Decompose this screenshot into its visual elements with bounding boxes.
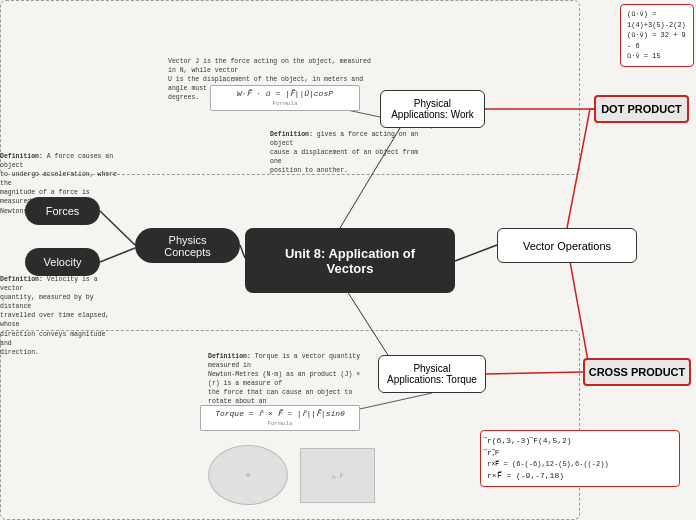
dot-product-node: DOT PRODUCT [594, 95, 689, 123]
cross-calc-line3: r×F⃗ = (6-(-6),12-(5),6-((-2)) [487, 459, 673, 470]
phys-work-node: Physical Applications: Work [380, 90, 485, 128]
work-definition: Definition: gives a force acting on an o… [270, 130, 420, 175]
torque-formula-text: Torque = r̄ × F̄ = |r̄||F̄|sinθ [206, 409, 354, 418]
cross-product-calc-box: ⃗r(6,3,-3) ⃗F(4,5,2) ⃗r,⃗F r×F⃗ = (6-(-6… [480, 430, 680, 487]
cross-calc-line1: ⃗r(6,3,-3) ⃗F(4,5,2) [487, 435, 673, 447]
torque-formula-label: Formula [206, 420, 354, 427]
svg-line-3 [455, 245, 497, 261]
velocity-node: Velocity [25, 248, 100, 276]
cross-calc-line4: r×F⃗ = (-9,-7,18) [487, 470, 673, 482]
cross-calc-line2: ⃗r,⃗F [487, 447, 673, 459]
work-formula-text: W·F̄ · ū = |F̄||Ū|cosP [216, 89, 354, 98]
central-node: Unit 8: Application of Vectors [245, 228, 455, 293]
dot-calc-line2: (ū·v̄) = 32 + 9 - 6 [627, 30, 687, 51]
torque-image-circle: ⊙ [208, 445, 288, 505]
torque-image-triangle: △ r̄ [300, 448, 375, 503]
velocity-definition: Definition: Velocity is a vectorquantity… [0, 275, 118, 357]
forces-node: Forces [25, 197, 100, 225]
cross-product-node: CROSS PRODUCT [583, 358, 691, 386]
canvas: Definition: A force causes an objectto u… [0, 0, 696, 520]
svg-line-0 [100, 211, 135, 245]
torque-formula-box: Torque = r̄ × F̄ = |r̄||F̄|sinθ Formula [200, 405, 360, 431]
phys-work-label: Physical Applications: Work [391, 98, 474, 120]
vector-ops-node: Vector Operations [497, 228, 637, 263]
work-formula-label: Formula [216, 100, 354, 107]
dot-product-calc-box: (ū·v̄) = 1(4)+3(5)-2(2) (ū·v̄) = 32 + 9 … [620, 4, 694, 67]
dot-calc-line3: ū·v̄ = 15 [627, 51, 687, 62]
physics-concepts-node: Physics Concepts [135, 228, 240, 263]
work-formula-box: W·F̄ · ū = |F̄||Ū|cosP Formula [210, 85, 360, 111]
phys-torque-node: Physical Applications: Torque [378, 355, 486, 393]
dot-calc-line1: (ū·v̄) = 1(4)+3(5)-2(2) [627, 9, 687, 30]
phys-torque-label: Physical Applications: Torque [387, 363, 477, 385]
svg-line-1 [100, 248, 135, 262]
